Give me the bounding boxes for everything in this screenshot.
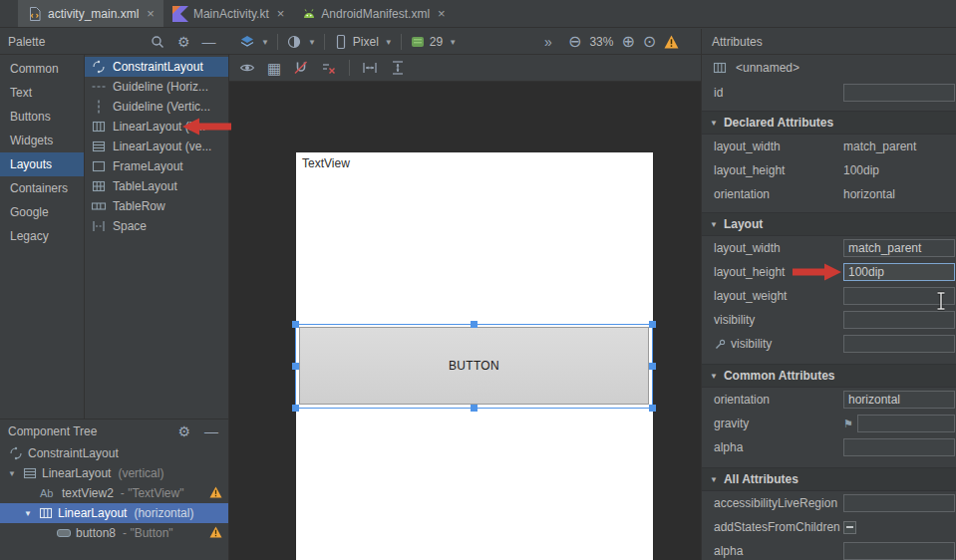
zoom-in-icon[interactable]: ⊕ <box>621 34 634 50</box>
warning-icon[interactable] <box>209 486 222 498</box>
kotlin-file-icon <box>172 6 188 22</box>
minimize-panel-icon[interactable]: — <box>202 35 216 49</box>
view-options-eye-icon[interactable] <box>239 60 255 76</box>
layout-height-input[interactable] <box>843 263 955 281</box>
gear-icon[interactable]: ⚙ <box>177 424 190 438</box>
resize-handle-top-center[interactable] <box>471 321 478 328</box>
palette-components: ConstraintLayout Guideline (Horiz... Gui… <box>85 55 228 419</box>
autoconnect-off-magnet-icon[interactable] <box>293 60 309 76</box>
flag-icon[interactable]: ⚑ <box>843 418 853 430</box>
palette-panel-title: Palette <box>8 35 45 49</box>
component-constraintlayout[interactable]: ConstraintLayout <box>85 57 228 77</box>
blueprint-grid-icon[interactable]: ▦ <box>267 61 281 76</box>
component-tablerow[interactable]: TableRow <box>85 196 228 216</box>
component-space[interactable]: Space <box>85 216 228 236</box>
palette-panel: Common Text Buttons Widgets Layouts Cont… <box>0 55 229 419</box>
category-containers[interactable]: Containers <box>0 176 84 200</box>
api-level-dropdown[interactable]: 29 ▼ <box>410 34 457 50</box>
close-icon[interactable]: × <box>277 6 285 21</box>
tree-item-linearlayout-vertical[interactable]: ▼ LinearLayout(vertical) <box>0 463 228 483</box>
android-studio-window: activity_main.xml × MainActivity.kt × An… <box>0 0 956 560</box>
category-buttons[interactable]: Buttons <box>0 105 84 129</box>
theme-dropdown[interactable]: ▼ <box>286 34 316 50</box>
tools-visibility-input[interactable] <box>843 335 955 353</box>
design-surface: ▦ TextView BUTTON <box>229 55 701 560</box>
overflow-chevron-icon[interactable]: » <box>544 35 552 49</box>
selected-component-name: <unnamed> <box>736 61 799 75</box>
category-widgets[interactable]: Widgets <box>0 129 84 152</box>
button-icon <box>56 525 72 541</box>
resize-handle-middle-left[interactable] <box>292 363 299 370</box>
chevron-down-icon: ▼ <box>385 38 393 47</box>
toolbar-separator <box>349 60 350 76</box>
section-common-attributes[interactable]: ▼ Common Attributes <box>702 364 956 388</box>
chevron-down-icon: ▼ <box>308 38 316 47</box>
resize-handle-bottom-left[interactable] <box>292 405 299 412</box>
tab-activity-main-xml[interactable]: activity_main.xml × <box>18 0 163 27</box>
component-linearlayout-vertical[interactable]: LinearLayout (ve... <box>85 137 228 156</box>
editor-tab-bar: activity_main.xml × MainActivity.kt × An… <box>0 0 956 28</box>
orientation-input[interactable] <box>843 391 955 409</box>
tree-item-linearlayout-horizontal[interactable]: ▼ LinearLayout(horizontal) <box>0 503 228 523</box>
id-input[interactable] <box>843 84 955 102</box>
layout-width-input[interactable] <box>843 239 955 257</box>
search-icon[interactable] <box>150 34 165 50</box>
warning-icon[interactable] <box>209 526 222 538</box>
attr-value[interactable]: 100dip <box>843 163 879 177</box>
tab-mainactivity-kt[interactable]: MainActivity.kt × <box>163 0 293 27</box>
category-text[interactable]: Text <box>0 81 84 105</box>
device-dropdown[interactable]: Pixel ▼ <box>333 34 393 50</box>
canvas-viewport[interactable]: TextView BUTTON <box>229 82 701 560</box>
component-framelayout[interactable]: FrameLayout <box>85 156 228 176</box>
attr-value[interactable]: match_parent <box>843 140 916 153</box>
accessibilityliveregion-input[interactable] <box>843 494 955 512</box>
gravity-input[interactable] <box>857 415 955 432</box>
tree-item-textview2[interactable]: Ab textView2- "TextView" <box>0 483 228 503</box>
attr-row-alpha-common: alpha <box>702 435 956 459</box>
component-guideline-vertical[interactable]: Guideline (Vertic... <box>85 97 228 117</box>
alpha-all-input[interactable] <box>843 542 955 560</box>
palette-toolbar-icons: ⚙ — <box>150 29 216 55</box>
indeterminate-checkbox[interactable] <box>843 521 856 534</box>
attr-row-addstatesfromchildren: addStatesFromChildren <box>702 515 956 539</box>
resize-handle-top-right[interactable] <box>649 321 656 328</box>
close-icon[interactable]: × <box>438 6 446 21</box>
tab-androidmanifest-xml[interactable]: AndroidManifest.xml × <box>293 0 454 27</box>
category-google[interactable]: Google <box>0 200 84 224</box>
expand-arrow-icon[interactable]: ▼ <box>22 509 34 518</box>
zoom-to-fit-icon[interactable]: ⊙ <box>643 34 656 50</box>
gear-icon[interactable]: ⚙ <box>177 35 190 49</box>
section-layout[interactable]: ▼ Layout <box>702 212 956 236</box>
visibility-input[interactable] <box>843 311 955 329</box>
category-layouts[interactable]: Layouts <box>0 152 84 176</box>
minimize-panel-icon[interactable]: — <box>204 424 218 438</box>
alpha-input[interactable] <box>843 438 955 456</box>
category-legacy[interactable]: Legacy <box>0 224 84 248</box>
component-tablelayout[interactable]: TableLayout <box>85 176 228 196</box>
resize-handle-middle-right[interactable] <box>649 363 656 370</box>
component-tree-header: Component Tree ⚙ — <box>0 420 228 443</box>
section-all-attributes[interactable]: ▼ All Attributes <box>702 467 956 491</box>
pack-vertical-icon[interactable] <box>390 60 406 76</box>
linearlayout-horizontal-icon <box>712 60 728 76</box>
resize-handle-top-left[interactable] <box>292 321 299 328</box>
tree-item-constraintlayout[interactable]: ConstraintLayout <box>0 443 228 463</box>
resize-handle-bottom-right[interactable] <box>649 405 656 412</box>
clear-constraints-icon[interactable] <box>321 60 337 76</box>
attr-value[interactable]: horizontal <box>843 187 895 201</box>
pack-horizontal-icon[interactable] <box>362 60 378 76</box>
textview-widget[interactable]: TextView <box>302 156 350 170</box>
warning-icon[interactable] <box>664 35 679 49</box>
wrench-icon <box>714 338 727 351</box>
design-mode-dropdown[interactable]: ▼ <box>239 34 269 50</box>
device-canvas[interactable]: TextView BUTTON <box>296 152 653 560</box>
resize-handle-bottom-center[interactable] <box>471 405 478 412</box>
expand-arrow-icon[interactable]: ▼ <box>6 469 18 478</box>
section-declared-attributes[interactable]: ▼ Declared Attributes <box>702 111 956 135</box>
zoom-out-icon[interactable]: ⊖ <box>568 34 581 50</box>
attr-label: id <box>714 86 843 100</box>
tree-item-button8[interactable]: button8- "Button" <box>0 523 228 543</box>
close-icon[interactable]: × <box>147 6 155 21</box>
category-common[interactable]: Common <box>0 57 84 81</box>
component-guideline-horizontal[interactable]: Guideline (Horiz... <box>85 77 228 97</box>
